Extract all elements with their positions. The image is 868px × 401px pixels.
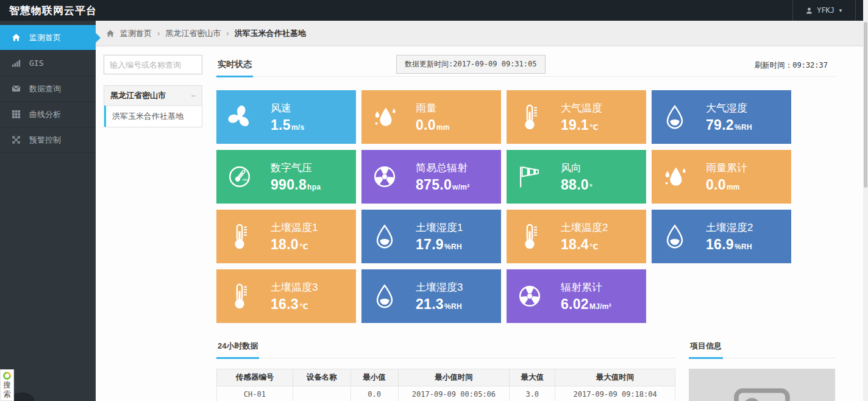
metric-unit: mm <box>436 123 450 132</box>
metric-card-wind-speed: 风速 1.5m/s <box>216 90 356 144</box>
metric-unit: ℃ <box>299 302 308 311</box>
radiation-icon <box>371 163 399 191</box>
app-title: 智慧物联网云平台 <box>0 4 97 18</box>
tree-group-label: 黑龙江省密山市 <box>110 90 166 101</box>
search-input[interactable] <box>104 55 202 74</box>
col-sensor-id: 传感器编号 <box>217 369 293 386</box>
metric-name: 大气湿度 <box>706 101 752 115</box>
water-drop-icon <box>661 103 689 131</box>
sidebar-item-label: 预警控制 <box>29 135 61 146</box>
sidebar: 监测首页 GIS 数据查询 曲线分析 预警控制 <box>0 21 96 401</box>
metric-value: 0.0 <box>416 117 436 133</box>
col-device-name: 设备名称 <box>293 369 350 386</box>
data-update-time[interactable]: 数据更新时间:2017-09-09 09:31:05 <box>396 55 546 74</box>
metric-value: 875.0 <box>416 177 452 193</box>
metric-name: 土壤温度2 <box>561 221 608 235</box>
status-tabs: 实时状态 数据更新时间:2017-09-09 09:31:05 刷新时间：09:… <box>216 55 835 77</box>
table-header-row: 传感器编号 设备名称 最小值 最小值时间 最大值 最大值时间 <box>217 369 675 386</box>
chevron-down-icon: ▼ <box>838 8 843 13</box>
metric-card-pressure: 数字气压 990.8hpa <box>216 150 356 204</box>
refresh-time: 刷新时间：09:32:37 <box>755 60 828 71</box>
metric-unit: %RH <box>735 243 752 251</box>
project-info-panel: 项目信息 <box>689 336 835 401</box>
metric-value: 88.0 <box>561 177 589 193</box>
sogou-search-widget[interactable]: 搜索 <box>0 369 14 401</box>
metric-unit: ℃ <box>299 243 308 251</box>
metric-name: 土壤湿度2 <box>706 221 753 235</box>
raindrops-icon <box>661 163 689 191</box>
cell-max-time: 2017-09-09 09:18:04 <box>555 386 675 401</box>
metric-name: 风向 <box>561 161 592 175</box>
collapse-icon[interactable]: − <box>191 91 196 101</box>
metric-value: 18.4 <box>561 236 589 252</box>
col-min-time: 最小值时间 <box>398 369 510 386</box>
project-info-tabs: 项目信息 <box>689 336 835 358</box>
arrows-cross-icon <box>12 135 21 144</box>
col-max-time: 最大值时间 <box>555 369 675 386</box>
fan-icon <box>226 103 254 131</box>
metric-card-air-temperature: 大气温度 19.1℃ <box>507 90 646 144</box>
breadcrumb-separator: › <box>157 29 160 38</box>
cell-max-value: 3.0 <box>510 386 555 401</box>
sogou-logo-icon <box>3 372 11 380</box>
sidebar-item-label: 曲线分析 <box>29 109 61 120</box>
sidebar-item-monitor-home[interactable]: 监测首页 <box>0 25 96 51</box>
tree-item-station[interactable]: 洪军玉米合作社基地 <box>104 105 202 127</box>
sidebar-item-label: 监测首页 <box>29 32 61 43</box>
metric-unit: ℃ <box>589 243 599 251</box>
metric-name: 辐射累计 <box>561 280 611 294</box>
envelope-icon <box>12 84 21 93</box>
sidebar-item-alert-control[interactable]: 预警控制 <box>0 127 96 153</box>
sidebar-item-gis[interactable]: GIS <box>0 51 96 76</box>
cell-sensor-id: CH-01 <box>217 386 293 401</box>
cell-device-name <box>293 386 350 401</box>
table-row: CH-01 0.0 2017-09-09 00:05:06 3.0 2017-0… <box>217 386 675 401</box>
metric-card-total-radiation: 简易总辐射 875.0w/m² <box>361 150 501 204</box>
daily-data-panel: 24小时数据 传感器编号 设备名称 最小值 最小值时间 最大值 最大值时间 <box>216 336 675 401</box>
col-max-value: 最大值 <box>510 369 555 386</box>
tab-24h-data[interactable]: 24小时数据 <box>216 336 259 359</box>
tree-group-city[interactable]: 黑龙江省密山市 − <box>104 86 202 105</box>
metric-card-wind-direction: 风向 88.0° <box>507 150 646 204</box>
metric-value: 19.1 <box>561 117 589 133</box>
metric-value: 79.2 <box>706 117 734 133</box>
app-header: 智慧物联网云平台 YFKJ ▼ <box>0 0 868 21</box>
metric-name: 土壤温度3 <box>271 280 318 294</box>
scrollbar-thumb[interactable] <box>864 22 867 188</box>
sogou-search-label: 搜索 <box>3 381 12 399</box>
metric-unit: w/m² <box>452 183 470 191</box>
tab-realtime-status[interactable]: 实时状态 <box>216 55 253 77</box>
metric-name: 土壤温度1 <box>271 221 318 235</box>
metric-name: 大气温度 <box>561 101 602 115</box>
refresh-time-value: 09:32:37 <box>792 61 828 69</box>
thermometer-icon <box>516 103 544 131</box>
sensor-24h-table: 传感器编号 设备名称 最小值 最小值时间 最大值 最大值时间 CH-01 0. <box>216 369 675 401</box>
metric-card-soil-humidity-1: 土壤湿度1 17.9%RH <box>361 210 501 263</box>
breadcrumb-separator: › <box>226 29 229 38</box>
sidebar-item-curve-analysis[interactable]: 曲线分析 <box>0 102 96 127</box>
station-tree: 黑龙江省密山市 − 洪军玉米合作社基地 <box>104 85 202 127</box>
metric-unit: %RH <box>444 302 462 311</box>
metric-unit: %RH <box>444 243 462 251</box>
photo-placeholder-icon <box>733 387 791 401</box>
metric-name: 土壤湿度1 <box>416 221 463 235</box>
vertical-scrollbar[interactable] <box>863 0 868 401</box>
signal-bars-icon <box>12 59 21 68</box>
metric-value: 17.9 <box>416 236 444 252</box>
tab-project-info[interactable]: 项目信息 <box>689 336 723 359</box>
metric-unit: ℃ <box>589 123 599 132</box>
metric-unit: mm <box>727 183 740 191</box>
raindrops-icon <box>371 103 399 131</box>
user-menu[interactable]: YFKJ ▼ <box>792 0 856 21</box>
status-panel: 实时状态 数据更新时间:2017-09-09 09:31:05 刷新时间：09:… <box>216 55 835 401</box>
thermometer-icon <box>516 222 544 250</box>
main-content: 黑龙江省密山市 − 洪军玉米合作社基地 实时状态 数据更新时间:2017-09-… <box>96 46 863 401</box>
water-drop-icon <box>371 222 399 250</box>
metric-card-rainfall-total: 雨量累计 0.0mm <box>652 150 791 204</box>
breadcrumb-item-city[interactable]: 黑龙江省密山市 <box>165 28 221 39</box>
sidebar-item-data-query[interactable]: 数据查询 <box>0 76 96 102</box>
breadcrumb-item-home[interactable]: 监测首页 <box>120 28 152 39</box>
pressure-gauge-icon <box>226 163 254 191</box>
metric-value: 990.8 <box>271 177 307 193</box>
metric-name: 土壤湿度3 <box>416 280 463 294</box>
